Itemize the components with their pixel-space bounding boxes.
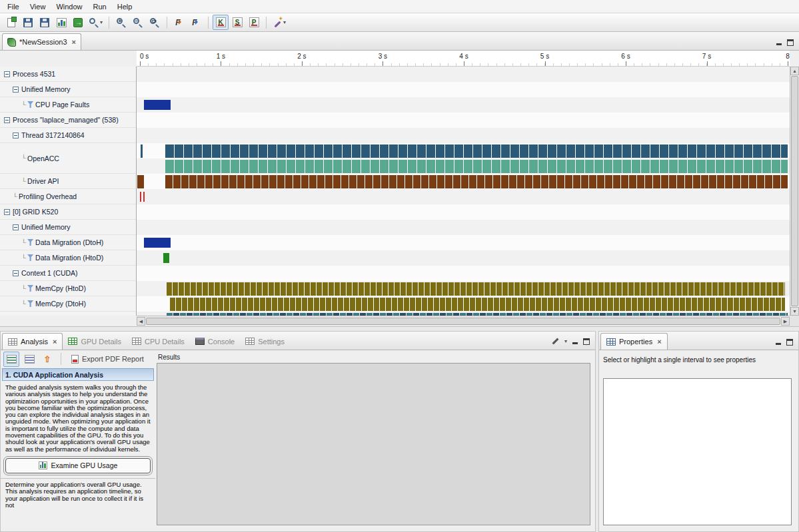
tab-gpu-details[interactable]: GPU Details [63, 333, 127, 350]
collapse-icon[interactable] [13, 133, 19, 138]
timeline-bar[interactable] [167, 282, 785, 296]
collapse-icon[interactable] [13, 87, 19, 93]
kernel-view-button[interactable]: K [213, 15, 229, 30]
timeline-row[interactable] [137, 235, 790, 250]
timeline-bar[interactable] [144, 100, 171, 110]
tree-row-openacc[interactable]: └OpenACC [0, 143, 136, 174]
tab-analysis[interactable]: Analysis× [2, 333, 63, 350]
tree-row-unified-memory[interactable]: Unified Memory [0, 220, 136, 235]
scroll-up-icon[interactable]: ▲ [790, 67, 799, 75]
next-marker-button[interactable]: F [188, 15, 204, 30]
timeline-bar[interactable] [165, 175, 788, 188]
filter-icon[interactable] [27, 254, 33, 261]
zoom-in-button[interactable]: + [113, 15, 129, 30]
zoom-out-button[interactable]: − [130, 15, 146, 30]
unguided-analysis-button[interactable] [21, 352, 37, 367]
timeline-bar[interactable] [140, 192, 141, 202]
timeline-bar[interactable] [141, 144, 143, 158]
maximize-icon[interactable] [786, 339, 793, 346]
timeline-bar[interactable] [170, 298, 785, 311]
tree-row--0-grid-k520[interactable]: [0] GRID K520 [0, 204, 136, 220]
run-analysis-button[interactable]: ▾ [271, 15, 288, 30]
process-view-button[interactable]: P [246, 15, 262, 30]
filter-icon[interactable] [27, 285, 33, 292]
scroll-left-icon[interactable]: ◀ [137, 317, 145, 326]
tab-cpu-details[interactable]: CPU Details [127, 333, 190, 350]
tree-row-driver-api[interactable]: └Driver API [0, 174, 136, 189]
tree-row-process-4531[interactable]: Process 4531 [0, 67, 136, 82]
horizontal-scrollbar[interactable]: ◀ ▶ [137, 316, 790, 326]
filter-icon[interactable] [27, 300, 33, 307]
export-profile-button[interactable] [70, 15, 86, 30]
stream-view-button[interactable]: S [229, 15, 245, 30]
tree-row-data-migration-htod-[interactable]: └Data Migration (HtoD) [0, 250, 136, 266]
maximize-icon[interactable] [787, 39, 794, 46]
timeline-row[interactable] [137, 250, 790, 266]
timeline-bar[interactable] [137, 175, 144, 188]
menu-window[interactable]: Window [51, 1, 87, 12]
menu-help[interactable]: Help [112, 1, 138, 12]
tree-row-thread-3172140864[interactable]: Thread 3172140864 [0, 128, 136, 143]
show-chart-button[interactable] [53, 15, 69, 30]
new-session-button[interactable] [3, 15, 19, 30]
timeline-row[interactable] [137, 143, 790, 174]
timeline-row[interactable] [137, 97, 790, 113]
timeline-bar[interactable] [165, 144, 788, 158]
timeline-row[interactable] [137, 204, 790, 220]
vertical-scrollbar[interactable]: ▲ ▼ [790, 67, 799, 316]
minimize-icon[interactable] [776, 39, 782, 46]
collapse-icon[interactable] [13, 270, 19, 276]
filter-icon[interactable] [27, 101, 33, 108]
tree-row-data-migration-dtoh-[interactable]: └Data Migration (DtoH) [0, 235, 136, 250]
tab-settings[interactable]: Settings [240, 333, 290, 350]
menu-file[interactable]: File [2, 1, 25, 12]
tree-row-unified-memory[interactable]: Unified Memory [0, 82, 136, 97]
chevron-down-icon[interactable]: ▾ [100, 19, 103, 25]
tree-row-process-laplace-managed-538-[interactable]: Process "laplace_managed" (538) [0, 113, 136, 128]
guided-analysis-button[interactable] [3, 352, 19, 367]
timeline-row[interactable] [137, 82, 790, 97]
collapse-icon[interactable] [4, 71, 10, 77]
timeline-bar[interactable] [163, 253, 169, 263]
save-session-button[interactable] [20, 15, 36, 30]
minimize-icon[interactable] [572, 338, 578, 345]
zoom-fit-button[interactable]: ▭ [147, 15, 163, 30]
tree-row-cpu-page-faults[interactable]: └CPU Page Faults [0, 97, 136, 113]
timeline-bar[interactable] [143, 192, 145, 202]
search-button[interactable]: ▾ [87, 15, 105, 30]
prev-marker-button[interactable]: F [171, 15, 187, 30]
tab-properties[interactable]: Properties × [600, 333, 668, 350]
timeline-bar[interactable] [144, 238, 171, 248]
timeline-row[interactable] [137, 296, 790, 312]
maximize-icon[interactable] [583, 338, 590, 345]
close-icon[interactable]: × [72, 38, 76, 46]
timeline-row[interactable] [137, 174, 790, 189]
menu-run[interactable]: Run [88, 1, 112, 12]
view-menu-icon[interactable] [551, 337, 560, 346]
collapse-icon[interactable] [4, 209, 10, 215]
timeline-row[interactable] [137, 128, 790, 143]
tab-console[interactable]: Console [190, 333, 240, 350]
filter-icon[interactable] [27, 239, 33, 246]
timeline-row[interactable] [137, 67, 790, 82]
timeline-row[interactable] [137, 266, 790, 281]
tree-row-memcpy-htod-[interactable]: └MemCpy (HtoD) [0, 281, 136, 296]
tree-row-memcpy-dtoh-[interactable]: └MemCpy (DtoH) [0, 296, 136, 312]
timeline-tracks[interactable] [137, 67, 790, 316]
timeline-ruler[interactable]: 0 s1 s2 s3 s4 s5 s6 s7 s8 [137, 51, 790, 67]
close-icon[interactable]: × [53, 338, 57, 346]
collapse-icon[interactable] [4, 117, 10, 123]
timeline-row[interactable] [137, 189, 790, 204]
tree-row-profiling-overhead[interactable]: └Profiling Overhead [0, 189, 136, 204]
session-tab[interactable]: *NewSession3 × [2, 33, 81, 50]
menu-view[interactable]: View [25, 1, 51, 12]
tree-row-compute[interactable]: Compute [0, 312, 136, 316]
minimize-icon[interactable] [775, 339, 782, 346]
timeline-row[interactable] [137, 220, 790, 235]
timeline-bar[interactable] [165, 160, 788, 173]
timeline-row[interactable] [137, 281, 790, 296]
save-timeline-button[interactable] [37, 15, 53, 30]
collapse-button[interactable]: ⇧ [39, 352, 55, 367]
timeline-row[interactable] [137, 113, 790, 128]
vertical-scroll-thumb[interactable] [791, 76, 798, 306]
